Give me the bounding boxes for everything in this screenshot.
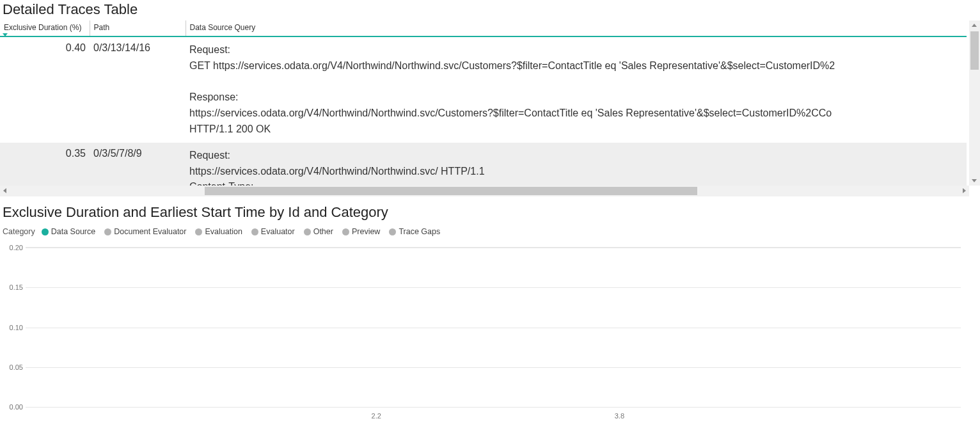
legend-label: Evaluator xyxy=(261,227,295,236)
column-label: Exclusive Duration (%) xyxy=(4,23,81,32)
horizontal-scrollbar[interactable] xyxy=(0,186,969,196)
legend-swatch-icon xyxy=(195,228,202,235)
horizontal-scroll-thumb[interactable] xyxy=(205,187,697,195)
sort-descending-icon xyxy=(3,33,8,36)
x-tick-label: 3.8 xyxy=(615,412,624,420)
traces-table: Exclusive Duration (%) Path Data Source … xyxy=(0,20,967,196)
column-header-query[interactable]: Data Source Query xyxy=(186,20,967,36)
legend-item[interactable]: Evaluation xyxy=(195,227,242,236)
grid-line xyxy=(26,407,961,408)
y-tick-label: 0.05 xyxy=(4,363,23,371)
column-label: Data Source Query xyxy=(190,23,256,32)
chart-area[interactable]: 0.000.050.100.150.20 2.23.8 xyxy=(26,244,961,420)
legend-swatch-icon xyxy=(342,228,349,235)
y-tick-label: 0.15 xyxy=(4,283,23,291)
legend-label: Other xyxy=(313,227,333,236)
legend-label: Data Source xyxy=(51,227,95,236)
legend-swatch-icon xyxy=(104,228,111,235)
legend-label: Evaluation xyxy=(205,227,242,236)
cell-path: 0/3/13/14/16 xyxy=(90,36,186,143)
table-row[interactable]: 0.400/3/13/14/16Request: GET https://ser… xyxy=(0,36,967,143)
legend-swatch-icon xyxy=(389,228,396,235)
traces-scroll-region: Exclusive Duration (%) Path Data Source … xyxy=(0,20,980,196)
x-tick-label: 2.2 xyxy=(372,412,381,420)
legend-item[interactable]: Data Source xyxy=(42,227,95,236)
legend-item[interactable]: Document Evaluator xyxy=(104,227,186,236)
cell-duration: 0.40 xyxy=(0,36,90,143)
y-tick-label: 0.10 xyxy=(4,324,23,331)
column-header-duration[interactable]: Exclusive Duration (%) xyxy=(0,20,90,36)
cell-query: Request: GET https://services.odata.org/… xyxy=(186,36,967,143)
column-label: Path xyxy=(94,23,110,32)
y-tick-label: 0.00 xyxy=(4,403,23,411)
legend-swatch-icon xyxy=(251,228,258,235)
chart-legend: Category Data SourceDocument EvaluatorEv… xyxy=(0,226,980,244)
column-header-path[interactable]: Path xyxy=(90,20,186,36)
vertical-scrollbar[interactable] xyxy=(969,20,980,186)
chart-title: Exclusive Duration and Earliest Start Ti… xyxy=(0,196,980,226)
legend-title: Category xyxy=(3,227,35,236)
bars-group xyxy=(26,248,961,407)
legend-item[interactable]: Preview xyxy=(342,227,380,236)
traces-title: Detailed Traces Table xyxy=(0,0,980,20)
legend-item[interactable]: Evaluator xyxy=(251,227,295,236)
vertical-scroll-thumb[interactable] xyxy=(970,31,979,70)
y-tick-label: 0.20 xyxy=(4,244,23,251)
legend-swatch-icon xyxy=(304,228,311,235)
legend-label: Preview xyxy=(352,227,380,236)
legend-label: Trace Gaps xyxy=(399,227,440,236)
legend-item[interactable]: Other xyxy=(304,227,333,236)
legend-label: Document Evaluator xyxy=(114,227,186,236)
legend-swatch-icon xyxy=(42,228,49,235)
legend-item[interactable]: Trace Gaps xyxy=(389,227,440,236)
